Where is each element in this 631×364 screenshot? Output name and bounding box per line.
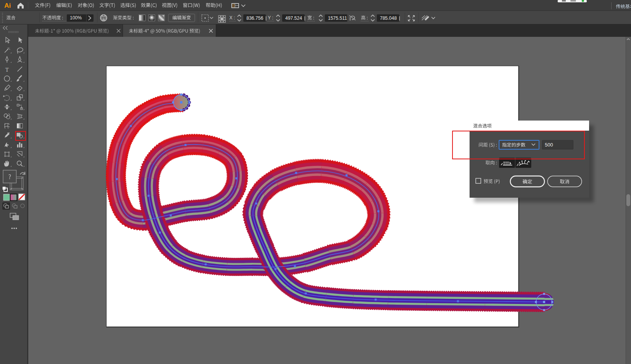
svg-text:X :: X : — [229, 15, 235, 21]
svg-text:T: T — [5, 67, 9, 73]
svg-text:497.524: 497.524 — [285, 16, 302, 21]
svg-text:836.756: 836.756 — [246, 16, 263, 21]
svg-text:500: 500 — [545, 142, 553, 148]
svg-text:785.048: 785.048 — [380, 16, 397, 21]
svg-text:1575.511: 1575.511 — [328, 16, 347, 21]
svg-text:Ai: Ai — [4, 2, 11, 9]
svg-text:100%: 100% — [70, 15, 82, 21]
svg-text:Y :: Y : — [268, 15, 273, 21]
